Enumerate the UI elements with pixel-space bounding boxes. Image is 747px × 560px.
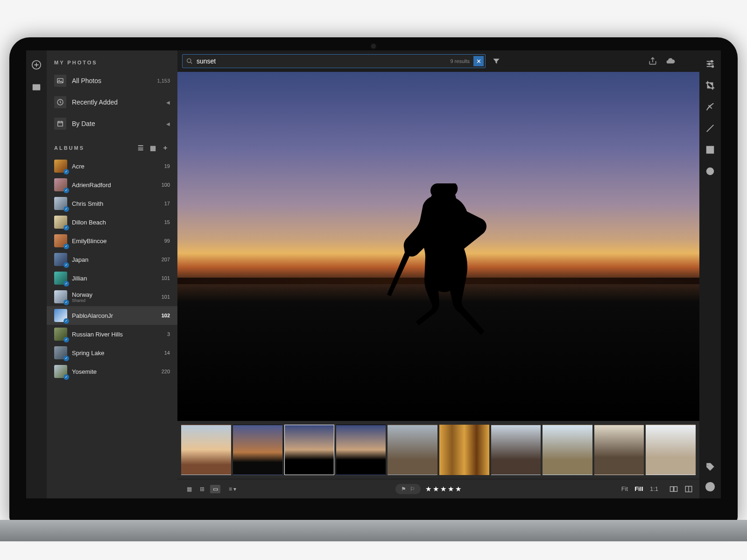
sort-icon[interactable]: ≡ ▾ bbox=[229, 486, 236, 492]
nav-count: 1,153 bbox=[157, 78, 170, 84]
add-button[interactable] bbox=[31, 60, 42, 70]
album-thumb: ✓ bbox=[54, 309, 67, 322]
radial-gradient-icon[interactable] bbox=[705, 166, 715, 176]
nav-label: All Photos bbox=[72, 77, 151, 84]
linear-gradient-icon[interactable] bbox=[705, 145, 715, 155]
albums-label: ALBUMS bbox=[54, 145, 85, 151]
main-area: 9 results ✕ bbox=[177, 50, 699, 498]
before-after-icon[interactable] bbox=[684, 485, 693, 493]
svg-point-10 bbox=[711, 61, 713, 63]
album-item[interactable]: ✓ Acre 19 bbox=[47, 157, 177, 175]
album-count: 19 bbox=[158, 163, 170, 169]
library-icon[interactable] bbox=[31, 82, 42, 92]
tag-icon[interactable] bbox=[705, 462, 715, 472]
album-count: 15 bbox=[158, 219, 170, 225]
album-item[interactable]: ✓ Chris Smith 17 bbox=[47, 194, 177, 213]
album-name: Jillian bbox=[72, 275, 153, 282]
brush-icon[interactable] bbox=[705, 123, 715, 133]
album-count: 101 bbox=[158, 275, 170, 281]
sync-badge-icon: ✓ bbox=[63, 206, 69, 212]
album-thumb: ✓ bbox=[54, 253, 67, 266]
flag-filter[interactable]: ⚑ ⚐ bbox=[395, 484, 421, 494]
filmstrip-thumb[interactable] bbox=[336, 425, 386, 475]
sync-badge-icon: ✓ bbox=[63, 188, 69, 193]
albums-view-grid-icon[interactable]: ▦ bbox=[150, 144, 157, 152]
svg-point-12 bbox=[712, 66, 714, 68]
sync-badge-icon: ✓ bbox=[63, 225, 69, 231]
album-item[interactable]: ✓ AdrienRadford 100 bbox=[47, 175, 177, 194]
photo-viewer[interactable] bbox=[177, 72, 699, 421]
filmstrip-thumb[interactable] bbox=[543, 425, 592, 475]
cloud-icon[interactable] bbox=[666, 56, 675, 66]
flag-reject-icon: ⚐ bbox=[410, 486, 415, 492]
album-thumb: ✓ bbox=[54, 197, 67, 210]
bottom-toolbar: ▦ ⊞ ▭ ≡ ▾ ⚑ ⚐ ★★★★★ Fit Fill 1:1 bbox=[177, 479, 699, 498]
my-photos-label: MY PHOTOS bbox=[54, 60, 98, 65]
crop-icon[interactable] bbox=[705, 80, 715, 91]
view-mode-group: ▦ ⊞ ▭ bbox=[184, 485, 220, 493]
filmstrip-thumb[interactable] bbox=[594, 425, 644, 475]
search-field[interactable]: 9 results ✕ bbox=[182, 54, 486, 68]
sync-badge-icon: ✓ bbox=[63, 262, 69, 268]
album-name: EmilyBlincoe bbox=[72, 238, 153, 245]
album-name: Spring Lake bbox=[72, 350, 153, 357]
svg-point-15 bbox=[709, 170, 711, 172]
album-shared-label: Shared bbox=[72, 298, 153, 303]
adjust-sliders-icon[interactable] bbox=[705, 59, 715, 69]
add-album-icon[interactable]: ＋ bbox=[162, 144, 170, 152]
view-photogrid-icon[interactable]: ▦ bbox=[184, 485, 194, 493]
album-item[interactable]: ✓ EmilyBlincoe 99 bbox=[47, 231, 177, 250]
album-count: 17 bbox=[158, 201, 170, 206]
album-item[interactable]: ✓ Russian River Hills 3 bbox=[47, 325, 177, 343]
share-icon[interactable] bbox=[648, 56, 657, 66]
sync-badge-icon: ✓ bbox=[63, 374, 69, 380]
album-thumb: ✓ bbox=[54, 178, 67, 191]
album-item[interactable]: ✓ PabloAlarconJr 102 bbox=[47, 306, 177, 325]
sync-badge-icon: ✓ bbox=[63, 169, 69, 175]
filmstrip-thumb[interactable] bbox=[388, 425, 437, 475]
compare-icon[interactable] bbox=[669, 485, 678, 493]
album-thumb: ✓ bbox=[54, 272, 67, 285]
album-item[interactable]: ✓ Jillian 101 bbox=[47, 269, 177, 287]
filmstrip-thumb[interactable] bbox=[646, 425, 696, 475]
healing-brush-icon[interactable] bbox=[705, 102, 715, 112]
filter-icon[interactable] bbox=[492, 57, 500, 65]
album-name: AdrienRadford bbox=[72, 182, 153, 189]
zoom-1to1[interactable]: 1:1 bbox=[650, 485, 658, 492]
svg-rect-8 bbox=[674, 486, 677, 491]
svg-rect-5 bbox=[58, 121, 63, 126]
filmstrip-thumb[interactable] bbox=[284, 425, 334, 475]
zoom-fit[interactable]: Fit bbox=[621, 485, 628, 492]
topbar: 9 results ✕ bbox=[177, 50, 699, 72]
left-rail bbox=[26, 50, 47, 498]
albums-view-list-icon[interactable]: ☰ bbox=[138, 144, 145, 152]
filmstrip-thumb[interactable] bbox=[439, 425, 489, 475]
nav-item-by-date[interactable]: By Date ◀ bbox=[47, 113, 177, 134]
album-count: 102 bbox=[158, 313, 170, 318]
album-item[interactable]: ✓ Yosemite 220 bbox=[47, 362, 177, 381]
zoom-fill[interactable]: Fill bbox=[634, 485, 643, 492]
photo-subject-silhouette bbox=[387, 183, 490, 342]
nav-item-recently-added[interactable]: Recently Added ◀ bbox=[47, 91, 177, 113]
search-icon bbox=[186, 58, 193, 64]
album-thumb: ✓ bbox=[54, 365, 67, 378]
album-item[interactable]: ✓ Japan 207 bbox=[47, 250, 177, 269]
nav-item-all-photos[interactable]: All Photos 1,153 bbox=[47, 70, 177, 91]
filmstrip-thumb[interactable] bbox=[181, 425, 231, 475]
view-squaregrid-icon[interactable]: ⊞ bbox=[197, 485, 207, 493]
album-item[interactable]: ✓ Dillon Beach 15 bbox=[47, 213, 177, 231]
rating-stars[interactable]: ★★★★★ bbox=[425, 485, 463, 493]
clear-search-button[interactable]: ✕ bbox=[473, 56, 484, 66]
album-count: 220 bbox=[158, 369, 170, 374]
filmstrip-thumb[interactable] bbox=[233, 425, 283, 475]
info-icon[interactable] bbox=[705, 482, 715, 492]
search-input[interactable] bbox=[197, 57, 450, 65]
album-thumb: ✓ bbox=[54, 346, 67, 359]
filmstrip-thumb[interactable] bbox=[491, 425, 541, 475]
album-item[interactable]: ✓ Spring Lake 14 bbox=[47, 343, 177, 362]
view-single-icon[interactable]: ▭ bbox=[210, 485, 220, 493]
calendar-icon bbox=[54, 118, 66, 130]
svg-rect-7 bbox=[670, 486, 674, 491]
svg-point-11 bbox=[708, 63, 710, 65]
album-item[interactable]: ✓ Norway Shared 101 bbox=[47, 287, 177, 306]
